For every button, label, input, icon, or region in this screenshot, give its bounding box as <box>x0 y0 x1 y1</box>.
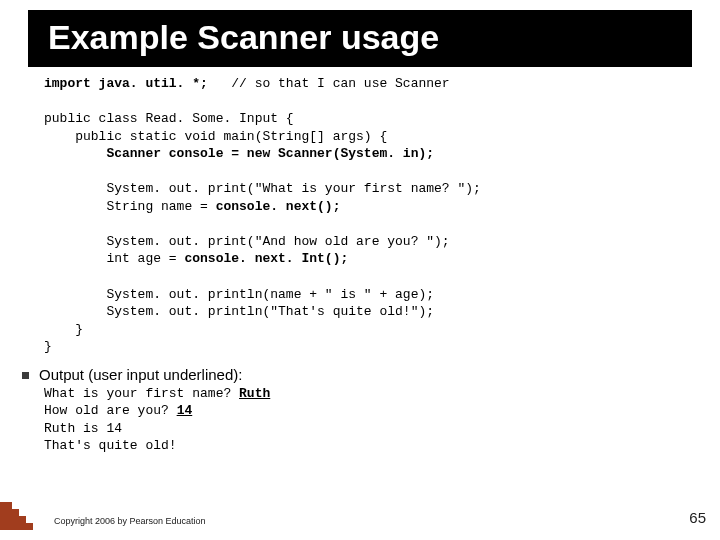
code-line: public class Read. Some. Input { <box>44 111 294 126</box>
code-line: int age = <box>44 251 184 266</box>
code-line: public static void main(String[] args) { <box>44 129 387 144</box>
code-line-bold: console. next. Int(); <box>184 251 348 266</box>
code-line: System. out. print("And how old are you?… <box>44 234 450 249</box>
output-text: How old are you? <box>44 403 177 418</box>
code-line: } <box>44 322 83 337</box>
slide-title: Example Scanner usage <box>48 18 692 57</box>
output-heading-row: Output (user input underlined): <box>22 366 720 383</box>
output-heading-text: Output (user input underlined): <box>39 366 242 383</box>
code-comment: // so that I can use Scanner <box>208 76 450 91</box>
code-example: import java. util. *; // so that I can u… <box>44 75 690 356</box>
code-line-bold: console. next(); <box>216 199 341 214</box>
copyright-text: Copyright 2006 by Pearson Education <box>54 516 206 526</box>
slide-footer: Copyright 2006 by Pearson Education 65 <box>0 504 720 530</box>
output-line: What is your first name? Ruth <box>44 385 720 403</box>
code-line: System. out. println("That's quite old!"… <box>44 304 434 319</box>
bullet-icon <box>22 372 29 379</box>
code-line-bold: Scanner console = new Scanner(System. in… <box>44 146 434 161</box>
code-line: System. out. print("What is your first n… <box>44 181 481 196</box>
code-line: System. out. println(name + " is " + age… <box>44 287 434 302</box>
slide-title-bar: Example Scanner usage <box>28 10 692 67</box>
code-line: String name = <box>44 199 216 214</box>
output-line: How old are you? 14 <box>44 402 720 420</box>
user-input: 14 <box>177 403 193 418</box>
page-number: 65 <box>689 509 706 526</box>
code-line: } <box>44 339 52 354</box>
output-text: What is your first name? <box>44 386 239 401</box>
output-line: Ruth is 14 <box>44 420 720 438</box>
output-block: What is your first name? Ruth How old ar… <box>44 385 720 455</box>
user-input: Ruth <box>239 386 270 401</box>
code-import: import java. util. *; <box>44 76 208 91</box>
output-line: That's quite old! <box>44 437 720 455</box>
